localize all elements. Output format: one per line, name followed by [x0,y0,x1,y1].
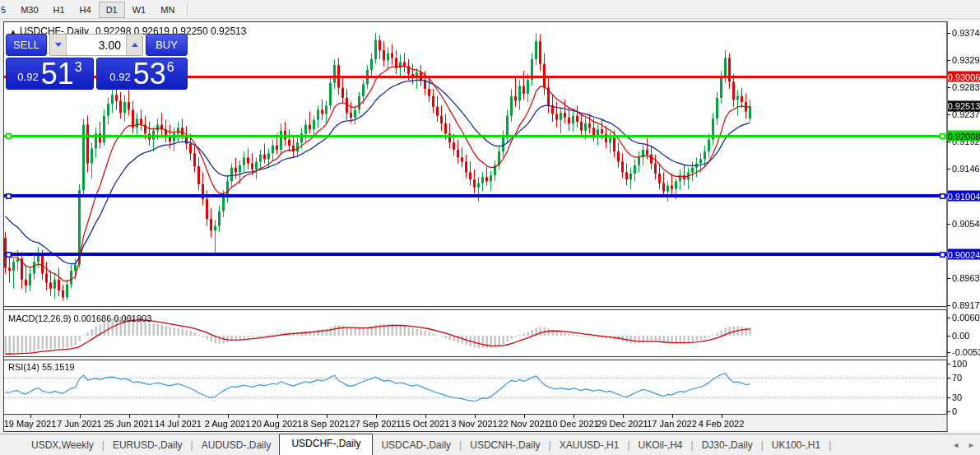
timeframe-button-w1[interactable]: W1 [125,2,154,18]
chart-tab-bar: USDX,Weekly|EURUSD-,Daily|AUDUSD-,DailyU… [0,434,980,455]
timeframe-button-h1[interactable]: H1 [46,2,72,18]
volume-stepper: 3.00 [49,34,143,56]
rsi-tick-label: 100 [952,359,967,369]
date-tick-label: 7 Jun 2021 [57,419,101,429]
volume-decrease-button[interactable] [50,35,66,55]
buy-price-display[interactable]: 0.92 53 6 [96,58,188,90]
mt4-chart-window: 5M30H1H4D1W1MN ▲USDCHF-,Daily0.92298 0.9… [0,0,980,455]
macd-tick-label: 0.006045 [952,313,980,323]
date-tick-label: 8 Sep 2021 [303,419,349,429]
price-badge: 0.92008 [948,131,980,142]
timeframe-button-5[interactable]: 5 [0,2,13,18]
buy-price-prefix: 0.92 [109,71,130,83]
chart-tab-usdcad[interactable]: USDCAD-,Daily [373,436,459,455]
price-tick-label: 0.93290 [952,55,980,65]
date-tick-label: 20 Aug 2021 [252,419,303,429]
date-tick-label: 14 Jul 2021 [155,419,202,429]
date-tick-label: 19 May 2021 [4,419,57,429]
price-tick-label: 0.91460 [952,164,980,174]
price-tick-label: 0.90540 [952,219,980,229]
rsi-tick-label: 70 [952,373,962,383]
timeframe-button-d1[interactable]: D1 [99,2,125,18]
rsi-tick-label: 0 [952,406,957,416]
date-tick-label: 15 Oct 2021 [401,419,450,429]
macd-tick-label: 0.00 [952,331,969,341]
price-badge: 0.90024 [948,249,980,260]
tab-scroll-left-button[interactable]: ◄ [952,441,959,449]
chart-tab-ukoil[interactable]: UKOil-,H4 [630,436,691,455]
date-tick-label: 10 Dec 2021 [547,419,598,429]
sell-price-display[interactable]: 0.92 51 3 [6,58,94,90]
chart-tab-usdx[interactable]: USDX,Weekly [23,436,102,455]
chart-tab-usdchf[interactable]: USDCHF-,Daily [279,434,373,455]
timeframe-toolbar: 5M30H1H4D1W1MN [0,0,980,19]
date-tick-label: 27 Sep 2021 [350,419,401,429]
tab-separator: | [829,439,831,455]
date-tick-label: 2 Aug 2021 [205,419,251,429]
date-tick-label: 29 Dec 2021 [597,419,648,429]
price-badge: 0.91004 [948,191,980,202]
chart-tab-usdcnh[interactable]: USDCNH-,Daily [462,436,548,455]
date-tick-label: 4 Feb 2022 [699,419,745,429]
date-tick-label: 3 Nov 2021 [451,419,497,429]
macd-tick-label: -0.005383 [952,347,980,357]
price-badge: 0.92513 [948,100,980,111]
date-tick-label: 25 Jun 2021 [104,419,154,429]
sell-price-prefix: 0.92 [17,71,38,83]
triangle-up-icon [132,43,138,47]
rsi-label: RSI(14) 55.1519 [8,362,75,372]
buy-price-sup: 6 [167,60,174,75]
price-badge: 0.93006 [948,72,980,82]
timeframe-button-m30[interactable]: M30 [13,2,45,18]
toolbar-separator [187,2,188,16]
buy-price-big: 53 [133,62,166,86]
triangle-down-icon [55,43,62,47]
one-click-trade-panel: SELL 3.00 BUY 0.92 51 3 0.92 53 6 [6,34,188,90]
buy-button[interactable]: BUY [146,34,188,56]
macd-label: MACD(12,26,9) 0.001686 0.001903 [8,313,151,323]
tab-scroll-right-button[interactable]: ► [968,441,975,449]
price-tick-label: 0.92830 [952,82,980,92]
date-tick-label: 22 Nov 2021 [498,419,549,429]
sell-button[interactable]: SELL [6,34,47,56]
date-tick-label: 17 Jan 2022 [647,419,697,429]
timeframe-button-h4[interactable]: H4 [72,2,99,18]
timeframe-button-mn[interactable]: MN [153,2,182,18]
chart-tab-uk100[interactable]: UK100-,H1 [764,436,829,455]
chart-tab-audusd[interactable]: AUDUSD-,Daily [193,436,280,455]
chart-tab-eurusd[interactable]: EURUSD-,Daily [105,436,191,455]
volume-input[interactable]: 3.00 [66,35,127,55]
price-tick-label: 0.89170 [952,300,980,310]
chart-tab-dj30[interactable]: DJ30-,Daily [694,436,761,455]
price-tick-label: 0.93740 [952,28,980,38]
price-tick-label: 0.89630 [952,273,980,283]
chart-tab-xauusd[interactable]: XAUUSD-,H1 [551,436,628,455]
sell-price-sup: 3 [75,60,82,75]
rsi-tick-label: 30 [952,392,962,402]
volume-increase-button[interactable] [127,35,142,55]
sell-price-big: 51 [41,62,74,86]
